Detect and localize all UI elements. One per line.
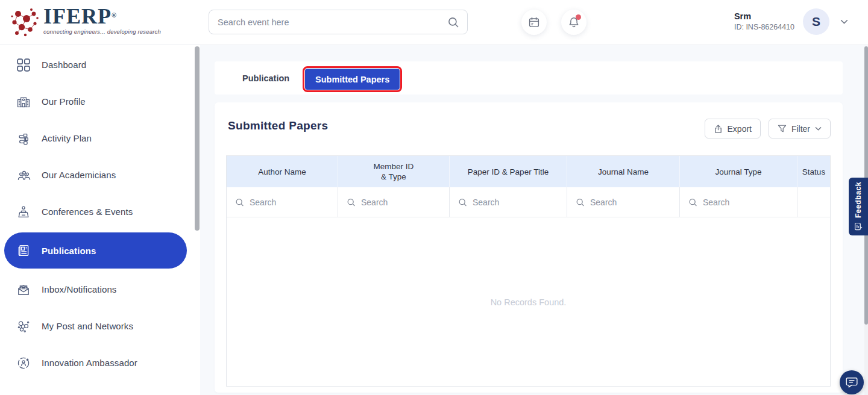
- event-search-input[interactable]: [209, 10, 447, 34]
- tab-bar: Publication Submitted Papers: [215, 61, 843, 95]
- chevron-down-icon: [815, 126, 822, 131]
- dashboard-grid-icon: [17, 58, 30, 72]
- envelope-icon: [17, 283, 30, 296]
- sidebar-item-our-profile[interactable]: Our Profile: [0, 83, 200, 120]
- iferp-logo[interactable]: IFERP® connecting engineers... developin…: [10, 4, 161, 40]
- submitted-papers-panel: Submitted Papers Export Filter Author Na…: [215, 102, 843, 393]
- column-header-journal-type: Journal Type: [680, 156, 797, 187]
- sidebar-scrollbar[interactable]: [195, 46, 200, 231]
- search-icon: [576, 198, 585, 207]
- user-menu[interactable]: Srm ID: INS-86264410 S: [734, 8, 848, 35]
- sidebar-item-publications[interactable]: Publications: [4, 232, 187, 269]
- empty-message: No Records Found.: [491, 297, 567, 307]
- column-header-paper-id-title: Paper ID & Paper Title: [450, 156, 567, 187]
- sidebar: Dashboard Our Profile Activity Plan Our …: [0, 45, 200, 395]
- panel-title: Submitted Papers: [228, 119, 328, 132]
- column-header-status: Status: [797, 156, 830, 187]
- registered-mark: ®: [112, 11, 117, 19]
- ambassador-icon: [17, 356, 30, 370]
- submitted-papers-table: Author Name Member ID & Type Paper ID & …: [226, 155, 831, 387]
- feedback-icon: [854, 223, 863, 231]
- academicians-icon: [17, 169, 30, 182]
- sidebar-item-inbox-notifications[interactable]: Inbox/Notifications: [0, 271, 200, 308]
- chat-button[interactable]: [840, 370, 864, 394]
- search-icon: [347, 198, 356, 207]
- notifications-button[interactable]: [561, 10, 587, 35]
- notification-dot: [576, 14, 581, 20]
- activity-plan-icon: [17, 132, 30, 145]
- avatar[interactable]: S: [803, 8, 829, 35]
- table-body-empty: No Records Found.: [227, 217, 830, 387]
- tab-submitted-papers[interactable]: Submitted Papers: [305, 69, 400, 90]
- column-header-author-name: Author Name: [227, 156, 338, 187]
- calendar-icon: [528, 16, 540, 28]
- institution-icon: [17, 95, 30, 108]
- app-header: IFERP® connecting engineers... developin…: [0, 0, 868, 45]
- filter-funnel-icon: [778, 124, 787, 133]
- export-button[interactable]: Export: [705, 119, 761, 138]
- calendar-button[interactable]: [521, 10, 547, 35]
- main-content: Publication Submitted Papers Submitted P…: [200, 45, 868, 395]
- feedback-label: Feedback: [854, 182, 863, 218]
- search-paper-id-input[interactable]: [450, 187, 567, 217]
- table-search-row: [227, 187, 830, 217]
- sidebar-item-conferences-events[interactable]: Conferences & Events: [0, 193, 200, 230]
- search-icon: [447, 16, 459, 28]
- column-header-member-id-type: Member ID & Type: [338, 156, 450, 187]
- export-icon: [714, 124, 723, 134]
- chevron-down-icon[interactable]: [840, 19, 848, 25]
- network-icon: [17, 320, 30, 333]
- search-journal-type-input[interactable]: [680, 187, 797, 217]
- brand-tagline: connecting engineers... developing resea…: [43, 28, 161, 35]
- sidebar-item-our-academicians[interactable]: Our Academicians: [0, 157, 200, 193]
- search-icon: [235, 198, 244, 207]
- logo-network-dots-icon: [10, 7, 41, 40]
- tab-publication[interactable]: Publication: [242, 73, 289, 83]
- sidebar-item-my-post-networks[interactable]: My Post and Networks: [0, 308, 200, 344]
- brand-name: IFERP®: [43, 4, 117, 28]
- user-id: ID: INS-86264410: [734, 22, 794, 33]
- filter-button[interactable]: Filter: [769, 119, 831, 138]
- status-search-cell-empty: [797, 187, 830, 217]
- column-header-journal-name: Journal Name: [567, 156, 680, 187]
- newspaper-icon: [17, 244, 30, 257]
- search-icon: [458, 198, 467, 207]
- sidebar-item-dashboard[interactable]: Dashboard: [0, 46, 200, 83]
- sidebar-item-activity-plan[interactable]: Activity Plan: [0, 120, 200, 157]
- sidebar-item-innovation-ambassador[interactable]: Innovation Ambassador: [0, 344, 200, 381]
- chat-bubble-icon: [845, 376, 858, 389]
- podium-icon: [17, 205, 30, 219]
- event-search: [209, 10, 468, 34]
- user-name: Srm: [734, 11, 794, 22]
- feedback-button[interactable]: Feedback: [849, 178, 868, 235]
- search-icon: [688, 198, 697, 207]
- table-header-row: Author Name Member ID & Type Paper ID & …: [227, 156, 830, 187]
